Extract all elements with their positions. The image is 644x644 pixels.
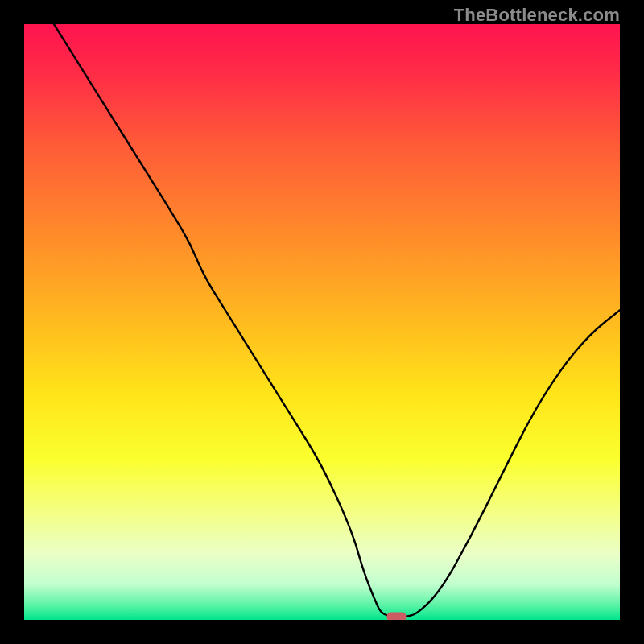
bottleneck-chart bbox=[24, 24, 620, 620]
optimal-marker bbox=[387, 612, 407, 620]
plot-area bbox=[24, 24, 620, 620]
gradient-background bbox=[24, 24, 620, 620]
chart-container: TheBottleneck.com bbox=[0, 0, 644, 644]
watermark-label: TheBottleneck.com bbox=[454, 5, 620, 26]
